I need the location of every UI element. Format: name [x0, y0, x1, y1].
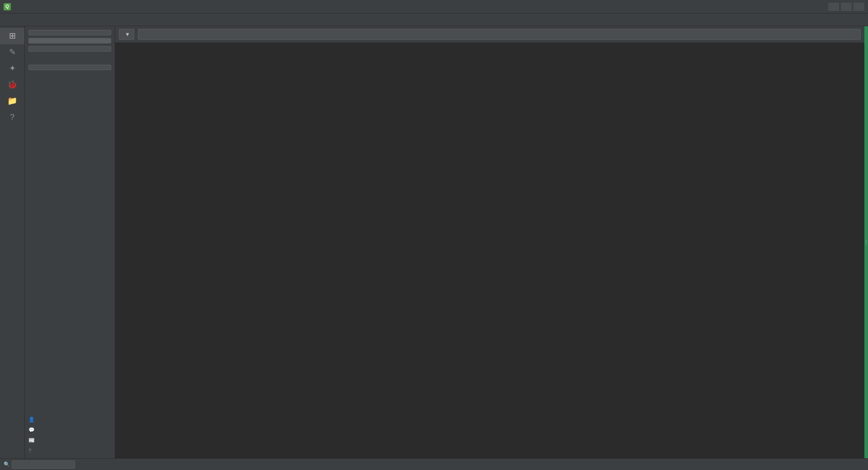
- minimize-button[interactable]: [828, 3, 839, 11]
- blogs-link[interactable]: 📰: [28, 436, 111, 445]
- search-locate: 🔍: [4, 461, 75, 469]
- menu-help[interactable]: [65, 18, 74, 22]
- sidebar-item-edit[interactable]: ✎: [0, 44, 24, 61]
- account-icon: 👤: [28, 417, 35, 423]
- debug-icon: 🐞: [7, 81, 17, 89]
- home-icon: ⊞: [9, 32, 16, 40]
- sidebar-item-debug[interactable]: 🐞: [0, 77, 24, 93]
- sidebar: ⊞ ✎ ✦ 🐞 📁 ?: [0, 26, 25, 458]
- examples-grid: [115, 43, 864, 458]
- design-icon: ✦: [9, 64, 16, 72]
- qt-account-link[interactable]: 👤: [28, 415, 111, 424]
- sidebar-item-projects[interactable]: 📁: [0, 93, 24, 109]
- sidebar-item-help[interactable]: ?: [0, 109, 24, 126]
- sidebar-item-design[interactable]: ✦: [0, 61, 24, 77]
- window-controls: [828, 3, 864, 11]
- maximize-button[interactable]: [841, 3, 852, 11]
- tutorials-button[interactable]: [28, 46, 111, 52]
- get-started-button[interactable]: [28, 65, 111, 70]
- status-bar: 🔍: [0, 458, 868, 470]
- projects-button[interactable]: [28, 30, 111, 35]
- online-community-link[interactable]: 💬: [28, 426, 111, 434]
- guide-icon: ?: [28, 448, 31, 453]
- search-input[interactable]: [138, 29, 861, 40]
- menu-tools[interactable]: [47, 18, 56, 22]
- title-bar: Q: [0, 0, 868, 14]
- handle-icon: ⋮: [864, 240, 868, 245]
- app-icon: Q: [4, 3, 11, 10]
- help-icon: ?: [10, 113, 14, 121]
- close-button[interactable]: [854, 3, 864, 11]
- search-icon: 🔍: [4, 461, 10, 467]
- menu-bar: [0, 14, 868, 26]
- content-area: ▼: [115, 26, 864, 458]
- right-scroll-handle[interactable]: ⋮: [864, 26, 868, 458]
- bottom-links: 👤 💬 📰 ?: [28, 415, 111, 455]
- menu-edit[interactable]: [11, 18, 20, 22]
- main-layout: ⊞ ✎ ✦ 🐞 📁 ?: [0, 26, 868, 458]
- qt-version-selector[interactable]: ▼: [119, 29, 134, 40]
- content-toolbar: ▼: [115, 26, 864, 43]
- edit-icon: ✎: [9, 48, 16, 56]
- menu-debug[interactable]: [29, 18, 38, 22]
- selector-arrow-icon: ▼: [125, 31, 130, 38]
- community-icon: 💬: [28, 427, 35, 433]
- sidebar-item-welcome[interactable]: ⊞: [0, 28, 24, 44]
- new-to-qt-section: [28, 59, 111, 70]
- user-guide-link[interactable]: ?: [28, 446, 111, 455]
- menu-controls[interactable]: [56, 18, 65, 22]
- left-panel: 👤 💬 📰 ?: [25, 26, 115, 458]
- menu-build[interactable]: [20, 18, 29, 22]
- blog-icon: 📰: [28, 437, 35, 443]
- locate-input[interactable]: [12, 461, 75, 469]
- menu-file[interactable]: [2, 18, 11, 22]
- menu-analyze[interactable]: [38, 18, 47, 22]
- folder-icon: 📁: [7, 97, 17, 105]
- examples-button[interactable]: [28, 38, 111, 43]
